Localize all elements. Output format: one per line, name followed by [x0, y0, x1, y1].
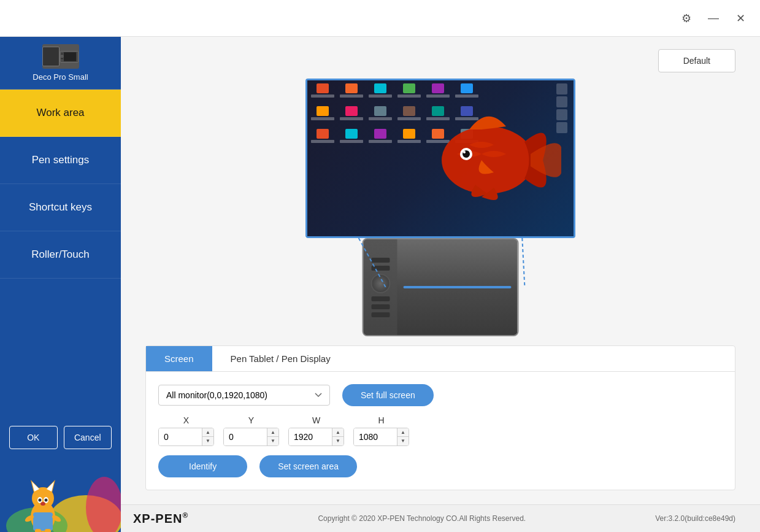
desktop-icon: [310, 106, 335, 128]
coord-y-input[interactable]: [224, 428, 267, 445]
title-bar-icons: ⚙ — ✕: [679, 11, 748, 26]
svg-rect-20: [33, 512, 53, 531]
tablet-body: [363, 238, 519, 336]
ok-cancel-row: OK Cancel: [0, 417, 121, 458]
svg-point-8: [86, 477, 121, 532]
settings-icon[interactable]: ⚙: [679, 11, 694, 26]
tablet-button-2: [371, 266, 390, 271]
right-panel-strip: [556, 83, 567, 133]
minimize-icon[interactable]: —: [706, 11, 721, 26]
cancel-button[interactable]: Cancel: [64, 426, 112, 449]
coord-y-up[interactable]: ▲: [267, 428, 278, 437]
coord-x-input-wrap: ▲ ▼: [158, 428, 214, 446]
coord-y-label: Y: [223, 415, 279, 425]
monitor-screen: [307, 80, 574, 236]
close-icon[interactable]: ✕: [733, 11, 748, 26]
coord-y-group: Y ▲ ▼: [223, 415, 279, 446]
desktop-icon: [397, 106, 421, 128]
tablet-dial: [370, 274, 390, 293]
svg-rect-23: [35, 529, 41, 532]
coord-y-input-wrap: ▲ ▼: [223, 428, 279, 446]
device-icon: [42, 44, 79, 69]
coord-h-up[interactable]: ▲: [397, 428, 409, 437]
mascot-area: [0, 458, 121, 532]
copyright-text: Copyright © 2020 XP-PEN Technology CO.Al…: [318, 514, 526, 523]
device-header: Deco Pro Small: [0, 37, 121, 90]
desktop-icon: [397, 83, 421, 105]
set-screen-area-button[interactable]: Set screen area: [259, 455, 357, 477]
controls-section: Screen Pen Tablet / Pen Display All moni…: [145, 345, 735, 490]
desktop-icon: [310, 83, 335, 105]
identify-button[interactable]: Identify: [158, 455, 247, 477]
svg-rect-1: [64, 52, 76, 61]
action-row: Identify Set screen area: [158, 455, 723, 477]
coord-x-input[interactable]: [159, 428, 202, 445]
tablet-preview: [363, 238, 519, 336]
svg-point-25: [442, 126, 534, 194]
set-full-screen-button[interactable]: Set full screen: [342, 384, 434, 406]
top-right-section: Default: [145, 49, 735, 75]
logo-registered: ®: [182, 511, 188, 520]
logo-text: XP-PEN: [133, 512, 182, 525]
panel-icon-3: [556, 109, 567, 120]
work-area-content: Default: [121, 37, 760, 504]
desktop-icon: [310, 129, 335, 150]
coord-w-input[interactable]: [289, 428, 332, 445]
controls-body: All monitor(0,0,1920,1080) Monitor 1 Set…: [146, 372, 735, 490]
svg-line-30: [522, 238, 524, 287]
nav-item-roller-touch[interactable]: Roller/Touch: [0, 231, 121, 279]
default-button[interactable]: Default: [658, 49, 735, 72]
sidebar: Deco Pro Small Work area Pen settings Sh…: [0, 37, 121, 532]
coord-w-spinners: ▲ ▼: [332, 428, 344, 445]
tablet-button-1: [371, 258, 390, 263]
nav-item-shortcut-keys[interactable]: Shortcut keys: [0, 184, 121, 231]
desktop-icon: [339, 106, 364, 128]
title-bar: ⚙ — ✕: [0, 0, 760, 37]
desktop-icon: [397, 129, 421, 150]
footer: XP-PEN® Copyright © 2020 XP-PEN Technolo…: [121, 504, 760, 532]
desktop-icon: [339, 129, 364, 150]
tablet-button-3: [371, 296, 390, 301]
coord-x-group: X ▲ ▼: [158, 415, 214, 446]
main-layout: Deco Pro Small Work area Pen settings Sh…: [0, 37, 760, 532]
coord-w-group: W ▲ ▼: [288, 415, 344, 446]
fish-decoration: [420, 93, 561, 228]
svg-rect-2: [61, 53, 63, 54]
coord-h-input[interactable]: [354, 428, 397, 445]
svg-point-5: [60, 55, 63, 58]
coord-h-down[interactable]: ▼: [397, 437, 409, 445]
tab-screen[interactable]: Screen: [146, 346, 212, 371]
desktop-icon: [368, 106, 393, 128]
monitor-select[interactable]: All monitor(0,0,1920,1080) Monitor 1: [158, 385, 330, 406]
coord-x-up[interactable]: ▲: [202, 428, 213, 437]
sidebar-bottom: OK Cancel: [0, 417, 121, 532]
coord-w-down[interactable]: ▼: [332, 437, 344, 445]
coord-row: X ▲ ▼ Y: [158, 415, 723, 446]
coord-x-down[interactable]: ▼: [202, 437, 213, 445]
xppen-logo: XP-PEN®: [133, 511, 188, 526]
coord-w-up[interactable]: ▲: [332, 428, 344, 437]
coord-y-down[interactable]: ▼: [267, 437, 278, 445]
desktop-icon: [368, 129, 393, 150]
version-text: Ver:3.2.0(build:ce8e49d): [655, 514, 735, 523]
coord-h-label: H: [353, 415, 409, 425]
coord-x-label: X: [158, 415, 214, 425]
tablet-button-5: [371, 312, 390, 317]
svg-point-18: [45, 499, 48, 502]
tablet-button-4: [371, 304, 390, 309]
svg-point-19: [40, 502, 45, 506]
tablet-active-area: [404, 286, 512, 288]
nav-item-work-area[interactable]: Work area: [0, 90, 121, 137]
content-area: Default: [121, 37, 760, 532]
ok-button[interactable]: OK: [9, 426, 58, 449]
monitor-row: All monitor(0,0,1920,1080) Monitor 1 Set…: [158, 384, 723, 406]
svg-rect-4: [61, 57, 63, 58]
coord-w-label: W: [288, 415, 344, 425]
panel-icon-1: [556, 83, 567, 94]
svg-point-28: [463, 151, 466, 153]
panel-icon-4: [556, 122, 567, 133]
nav-item-pen-settings[interactable]: Pen settings: [0, 137, 121, 184]
monitor-preview: [305, 79, 575, 238]
coord-h-group: H ▲ ▼: [353, 415, 409, 446]
tab-pen-tablet[interactable]: Pen Tablet / Pen Display: [212, 346, 349, 371]
